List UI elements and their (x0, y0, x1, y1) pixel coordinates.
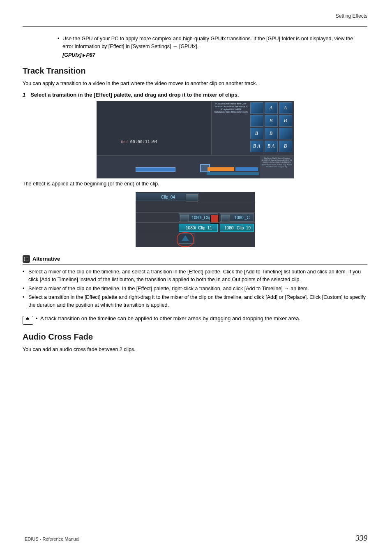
gpufx-ref-page[interactable]: P87 (86, 52, 95, 58)
effect-tree: FOLDER Effect VideoFilters Color Correct… (214, 102, 249, 152)
audio-crossfade-intro: You can add an audio cross fade between … (23, 346, 367, 354)
effect-tile: A (279, 102, 292, 114)
bullet-icon: • (23, 268, 28, 284)
timecode-value: 00:00:11:04 (130, 140, 157, 144)
clip-thumb (221, 215, 230, 222)
alternative-item: Select a mixer of the clip on the timeli… (28, 268, 367, 284)
after-figure-text: The effect is applied at the beginning (… (23, 180, 367, 188)
timecode-label: Rcd (121, 140, 128, 144)
effect-tile: B A (250, 141, 263, 152)
clip-mid-right: 1080i_C (220, 213, 254, 222)
clip-info-panel: Clip Name Clip 04 Source Duration 00:00:… (260, 156, 294, 178)
arrow-icon (83, 54, 85, 57)
figure-timeline-detail: Clip_04 1080i_Clip… 1080i_C 1080i_Clip_1… (136, 192, 255, 247)
note-icon (23, 316, 33, 325)
page-number: 339 (356, 534, 368, 543)
timeline-clip (136, 167, 175, 172)
effect-tile (279, 128, 292, 139)
alternative-item: Select a transition in the [Effect] pale… (28, 294, 367, 310)
bullet-icon: • (23, 294, 28, 310)
effect-tile: B (279, 115, 292, 127)
step-number: 1 (23, 92, 25, 98)
track-transition-intro: You can apply a transition to a video in… (23, 80, 367, 88)
effect-tile (250, 102, 263, 114)
effect-tile: B (265, 115, 278, 127)
effect-tile (250, 115, 263, 127)
alternative-icon (23, 255, 30, 263)
clip-mid-left: 1080i_Clip… (179, 213, 218, 222)
effect-tile: B (265, 128, 278, 139)
bullet-icon: • (23, 285, 28, 293)
alternative-title: Alternative (32, 256, 60, 262)
page-section-label: Setting Effects (23, 13, 367, 19)
effect-tile: A (265, 102, 278, 114)
figure-editor-screenshot: Rcd 00:00:11:04 FOLDER Effect VideoFilte… (97, 101, 294, 178)
alternative-item: Select a mixer of the clip on the timeli… (28, 285, 309, 293)
effect-tile: B (250, 128, 263, 139)
effect-tile: B A (265, 141, 278, 152)
clip-thumb (186, 194, 198, 201)
clip-top: Clip_04 (136, 193, 199, 201)
note-text: A track transition on the timeline can b… (40, 315, 300, 321)
effect-grid: A A B B B B B A B A B (250, 102, 292, 152)
footer-title: EDIUS - Reference Manual (25, 536, 79, 541)
intro-bullet-text: Use the GPU of your PC to apply more com… (62, 35, 363, 51)
timeline-mixer (207, 172, 259, 175)
step-text: Select a transition in the [Effect] pale… (30, 92, 239, 98)
header-rule (23, 26, 367, 27)
gpufx-ref-label[interactable]: [GPUfx] (62, 52, 82, 58)
track-transition-heading: Track Transition (23, 66, 367, 76)
bullet-icon: • (58, 35, 62, 51)
clip-thumb (180, 215, 189, 222)
timeline-clip (208, 167, 234, 171)
clip-low-right: 1080i_Clip_19 (220, 224, 254, 232)
effect-tile: B (279, 141, 292, 152)
highlight-circle (177, 232, 194, 247)
clip-low-left: 1080i_Clip_11 (179, 224, 218, 232)
timeline-clip (235, 167, 258, 171)
audio-crossfade-heading: Audio Cross Fade (23, 332, 367, 342)
